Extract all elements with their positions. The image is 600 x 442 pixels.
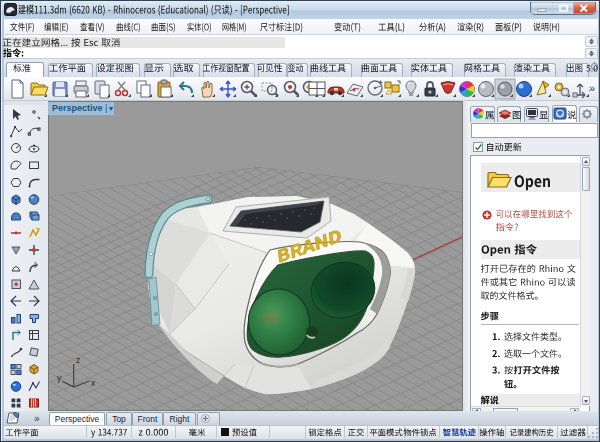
svg-text:z: z bbox=[76, 355, 80, 365]
svg-text:»: » bbox=[34, 413, 40, 424]
svg-text:»: » bbox=[589, 82, 595, 94]
